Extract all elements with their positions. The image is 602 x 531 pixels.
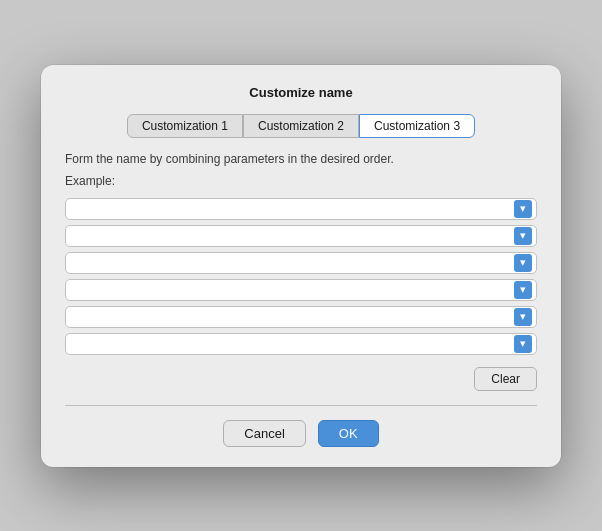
tab-customization-1[interactable]: Customization 1 bbox=[127, 114, 243, 138]
dropdown-4-arrow-icon bbox=[514, 281, 532, 299]
clear-button[interactable]: Clear bbox=[474, 367, 537, 391]
ok-button[interactable]: OK bbox=[318, 420, 379, 447]
dropdown-1[interactable] bbox=[65, 198, 537, 220]
dropdown-2[interactable] bbox=[65, 225, 537, 247]
example-label: Example: bbox=[65, 174, 537, 188]
dropdown-4[interactable] bbox=[65, 279, 537, 301]
customize-name-dialog: Customize name Customization 1 Customiza… bbox=[41, 65, 561, 467]
tab-group: Customization 1 Customization 2 Customiz… bbox=[65, 114, 537, 138]
dropdown-6[interactable] bbox=[65, 333, 537, 355]
separator bbox=[65, 405, 537, 406]
dropdown-5-arrow-icon bbox=[514, 308, 532, 326]
dropdown-5[interactable] bbox=[65, 306, 537, 328]
dropdown-2-arrow-icon bbox=[514, 227, 532, 245]
cancel-button[interactable]: Cancel bbox=[223, 420, 305, 447]
description-text: Form the name by combining parameters in… bbox=[65, 152, 537, 166]
button-row: Cancel OK bbox=[65, 420, 537, 447]
tab-customization-3[interactable]: Customization 3 bbox=[359, 114, 475, 138]
dropdown-6-arrow-icon bbox=[514, 335, 532, 353]
tab-customization-2[interactable]: Customization 2 bbox=[243, 114, 359, 138]
dropdown-3[interactable] bbox=[65, 252, 537, 274]
dropdown-1-arrow-icon bbox=[514, 200, 532, 218]
clear-row: Clear bbox=[65, 367, 537, 391]
dropdown-3-arrow-icon bbox=[514, 254, 532, 272]
dropdowns-area bbox=[65, 198, 537, 355]
dialog-title: Customize name bbox=[65, 85, 537, 100]
